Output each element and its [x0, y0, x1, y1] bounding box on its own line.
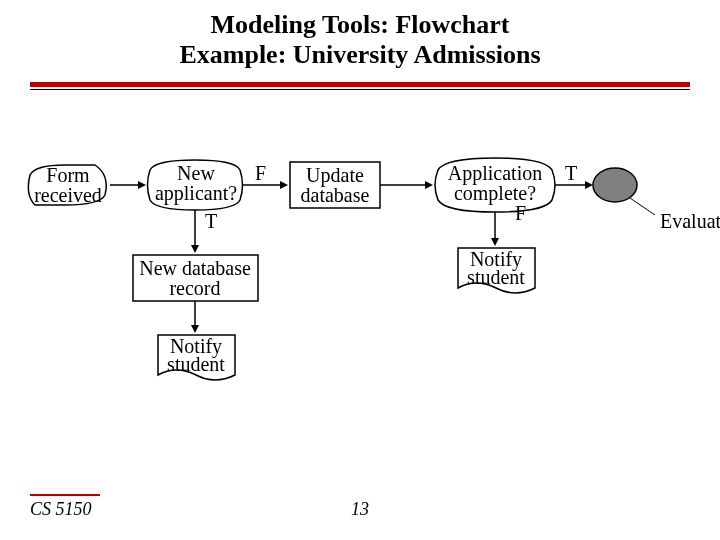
svg-point-9 — [593, 168, 637, 202]
svg-line-10 — [630, 198, 655, 215]
svg-marker-1 — [138, 181, 146, 189]
svg-marker-3 — [280, 181, 288, 189]
node-new-db-record-l1: New database — [139, 257, 251, 279]
node-form-received-l1: Form — [46, 164, 90, 186]
footer-page-number: 13 — [0, 499, 720, 520]
svg-marker-14 — [191, 245, 199, 253]
label-new-applicant-true: T — [205, 210, 217, 232]
svg-marker-6 — [425, 181, 433, 189]
node-evaluate: Evaluate — [660, 210, 720, 232]
svg-marker-12 — [491, 238, 499, 246]
svg-marker-8 — [585, 181, 593, 189]
svg-marker-17 — [191, 325, 199, 333]
label-app-complete-true: T — [565, 162, 577, 184]
flowchart: Form received New applicant? F Update da… — [20, 150, 720, 450]
node-form-received-l2: received — [34, 184, 102, 206]
label-app-complete-false: F — [515, 202, 526, 224]
node-new-applicant-l1: New — [177, 162, 215, 184]
node-update-db-l2: database — [301, 184, 370, 206]
footer-rule — [30, 494, 100, 496]
title-rule-red — [30, 82, 690, 87]
title-line-1: Modeling Tools: Flowchart — [210, 10, 509, 39]
slide: Modeling Tools: Flowchart Example: Unive… — [0, 0, 720, 540]
node-notify-student-right-l2: student — [467, 266, 525, 288]
slide-title: Modeling Tools: Flowchart Example: Unive… — [0, 10, 720, 70]
node-new-db-record-l2: record — [169, 277, 220, 299]
title-line-2: Example: University Admissions — [179, 40, 540, 69]
node-notify-student-left-l2: student — [167, 353, 225, 375]
node-new-applicant-l2: applicant? — [155, 182, 237, 205]
label-new-applicant-false: F — [255, 162, 266, 184]
title-rule-thin — [30, 89, 690, 90]
